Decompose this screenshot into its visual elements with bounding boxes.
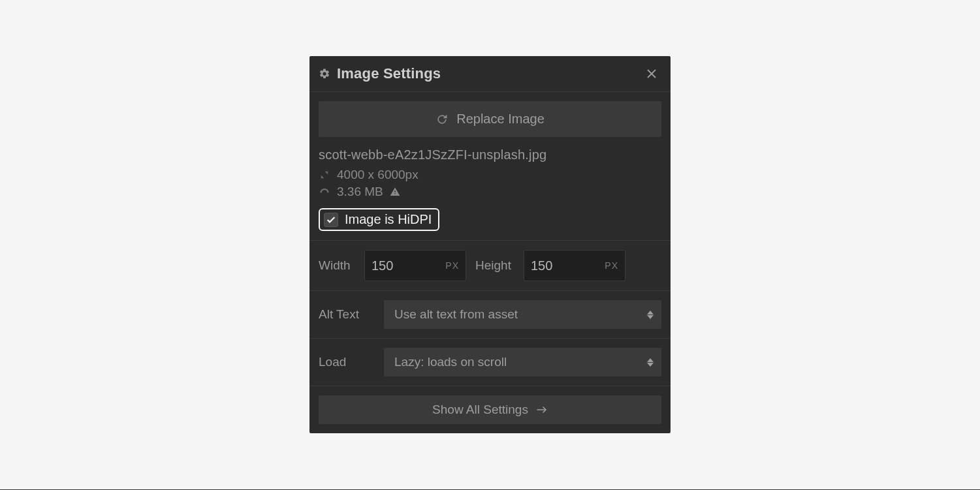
- dimensions-icon: [319, 169, 330, 181]
- close-icon: [646, 68, 657, 80]
- gear-icon: [319, 68, 330, 80]
- close-button[interactable]: [643, 67, 660, 81]
- file-dimensions-row: 4000 x 6000px: [319, 168, 661, 182]
- replace-image-label: Replace Image: [456, 112, 545, 127]
- svg-marker-4: [647, 358, 654, 362]
- width-input[interactable]: [371, 258, 417, 273]
- replace-section: Replace Image scott-webb-eA2z1JSzZFI-uns…: [309, 92, 671, 241]
- dimensions-row: Width PX Height PX: [319, 250, 661, 281]
- alt-text-select[interactable]: Use alt text from asset: [384, 300, 661, 329]
- width-unit: PX: [445, 260, 459, 271]
- arrow-right-icon: [536, 405, 548, 414]
- panel-title-wrap: Image Settings: [319, 65, 441, 82]
- alt-text-row: Alt Text Use alt text from asset: [319, 300, 661, 329]
- load-section: Load Lazy: loads on scroll: [309, 339, 671, 386]
- show-all-label: Show All Settings: [432, 403, 528, 417]
- load-value: Lazy: loads on scroll: [394, 355, 507, 369]
- alt-text-label: Alt Text: [319, 307, 375, 322]
- warning-icon: [390, 187, 400, 197]
- file-name: scott-webb-eA2z1JSzZFI-unsplash.jpg: [319, 147, 661, 162]
- file-dimensions: 4000 x 6000px: [337, 168, 419, 182]
- panel-header: Image Settings: [309, 56, 671, 92]
- svg-marker-5: [647, 363, 654, 367]
- width-label: Width: [319, 258, 355, 273]
- load-row: Load Lazy: loads on scroll: [319, 348, 661, 376]
- height-input[interactable]: [531, 258, 577, 273]
- check-icon: [326, 215, 336, 225]
- hidpi-checkbox-group[interactable]: Image is HiDPI: [319, 208, 439, 231]
- svg-marker-3: [647, 315, 654, 319]
- refresh-icon: [435, 113, 449, 126]
- height-unit: PX: [605, 260, 618, 271]
- replace-image-button[interactable]: Replace Image: [319, 101, 661, 137]
- load-select[interactable]: Lazy: loads on scroll: [384, 348, 661, 376]
- svg-marker-2: [647, 311, 654, 314]
- load-label: Load: [319, 355, 375, 369]
- select-caret-icon: [647, 311, 654, 319]
- height-input-wrap[interactable]: PX: [524, 250, 625, 281]
- height-label: Height: [475, 258, 514, 273]
- file-size-row: 3.36 MB: [319, 185, 661, 199]
- width-input-wrap[interactable]: PX: [364, 250, 466, 281]
- select-caret-icon: [647, 358, 654, 367]
- show-all-settings-button[interactable]: Show All Settings: [319, 395, 661, 424]
- alt-text-value: Use alt text from asset: [394, 307, 518, 322]
- footer-section: Show All Settings: [309, 386, 671, 433]
- file-size: 3.36 MB: [337, 185, 383, 199]
- hidpi-checkbox[interactable]: [324, 213, 338, 227]
- alt-text-section: Alt Text Use alt text from asset: [309, 291, 671, 339]
- panel-title: Image Settings: [337, 65, 441, 82]
- hidpi-label: Image is HiDPI: [345, 212, 432, 227]
- dimensions-section: Width PX Height PX: [309, 241, 671, 291]
- image-settings-panel: Image Settings Replace Image scott-webb-…: [309, 56, 671, 433]
- gauge-icon: [319, 186, 330, 198]
